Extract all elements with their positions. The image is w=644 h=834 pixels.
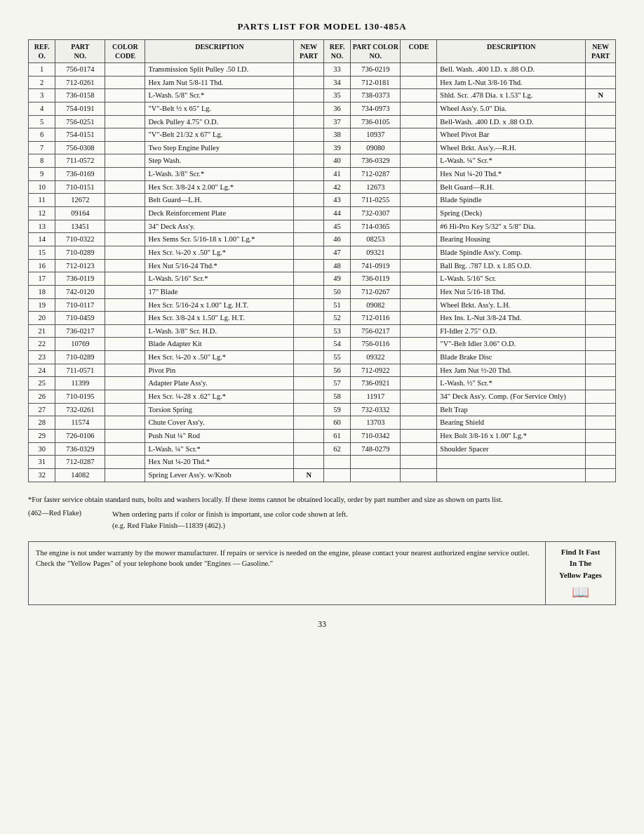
footnote-section: *For faster service obtain standard nuts… [28, 495, 616, 531]
table-row: 18742-012017" Blade50712-0267Hex Nut 5/1… [29, 285, 616, 298]
find-fast-text: Find It FastIn TheYellow Pages [559, 546, 602, 581]
table-body: 1756-0174Transmission Split Pulley .50 I… [29, 63, 616, 482]
table-row: 4754-0191"V"-Belt ½ x 65" Lg.36734-0973W… [29, 102, 616, 115]
table-row: 14710-0322Hex Sems Scr. 5/16-18 x 1.00" … [29, 233, 616, 246]
table-row: 1209164Deck Reinforcement Plate44732-030… [29, 207, 616, 220]
page-title: PARTS LIST FOR MODEL 130-485A [28, 21, 616, 32]
asterisk-footnote: *For faster service obtain standard nuts… [28, 495, 616, 505]
header-new: NEWPART [294, 40, 324, 63]
table-row: 3214082Spring Lever Ass'y. w/KnobN [29, 468, 616, 482]
find-fast-box: Find It FastIn TheYellow Pages 📖 [545, 542, 615, 605]
table-row: 131345134" Deck Ass'y.45714-0365#6 Hi-Pr… [29, 220, 616, 233]
table-row: 30736-0329L-Wash. ¼" Scr.*62748-0279Shou… [29, 442, 616, 456]
table-row: 5756-0251Deck Pulley 4.75" O.D.37736-010… [29, 115, 616, 128]
page: PARTS LIST FOR MODEL 130-485A REF.O. PAR… [0, 0, 644, 834]
table-row: 16712-0123Hex Nut 5/16-24 Thd.*48741-091… [29, 259, 616, 272]
header-part2: PART COLORNO. [351, 40, 401, 63]
header-new2: NEWPART [586, 40, 616, 63]
table-row: 29726-0106Push Nut ¼" Rod61710-0342Hex B… [29, 429, 616, 442]
color-code-label: (462—Red Flake) [28, 509, 112, 517]
header-desc2: DESCRIPTION [437, 40, 586, 63]
table-row: 24711-0571Pivot Pin56712-0922Hex Jam Nut… [29, 364, 616, 377]
table-row: 19710-0117Hex Scr. 5/16-24 x 1.00" Lg. H… [29, 298, 616, 312]
table-row: 1112672Belt Guard—L.H.43711-0255Blade Sp… [29, 194, 616, 207]
table-row: 10710-0151Hex Scr. 3/8-24 x 2.00" Lg.*42… [29, 180, 616, 194]
table-row: 17736-0119L-Wash. 5/16" Scr.*49736-0119L… [29, 272, 616, 286]
header-color: COLORCODE [105, 40, 145, 63]
header-ref2: REF.NO. [323, 40, 350, 63]
table-row: 31712-0287Hex Nut ¼-20 Thd.* [29, 456, 616, 469]
engine-notice-text: The engine is not under warranty by the … [29, 542, 545, 605]
table-row: 3736-0158L-Wash. 5/8" Scr.*35738-0373Shl… [29, 89, 616, 102]
engine-notice-box: The engine is not under warranty by the … [28, 541, 616, 606]
parts-table: REF.O. PARTNO. COLORCODE DESCRIPTION NEW… [28, 39, 616, 482]
color-code-block: (462—Red Flake) When ordering parts if c… [28, 509, 616, 531]
table-row: 8711-0572Step Wash.40736-0329L-Wash. ¼" … [29, 154, 616, 168]
table-row: 9736-0169L-Wash. 3/8" Scr.*41712-0287Hex… [29, 168, 616, 181]
table-row: 20710-0459Hex Scr. 3/8-24 x 1.50" Lg. H.… [29, 312, 616, 325]
page-number: 33 [28, 619, 616, 630]
table-row: 7756-0308Two Step Engine Pulley3909080Wh… [29, 141, 616, 154]
table-row: 27732-0261Torsion Spring59732-0332Belt T… [29, 403, 616, 416]
book-icon: 📖 [572, 583, 589, 600]
table-row: 26710-0195Hex Scr. ¼-28 x .62" Lg.*58119… [29, 390, 616, 404]
table-row: 2811574Chute Cover Ass'y.6013703Bearing … [29, 416, 616, 430]
table-row: 2511399Adapter Plate Ass'y.57736-0921L-W… [29, 377, 616, 390]
header-desc: DESCRIPTION [145, 40, 294, 63]
table-row: 2210769Blade Adapter Kit54756-0116"V"-Be… [29, 338, 616, 351]
table-row: 1756-0174Transmission Split Pulley .50 I… [29, 63, 616, 77]
table-row: 6754-0151"V"-Belt 21/32 x 67" Lg.3810937… [29, 128, 616, 142]
color-code-desc: When ordering parts if color or finish i… [112, 509, 348, 531]
header-color2: CODE [401, 40, 437, 63]
table-row: 15710-0289Hex Scr. ¼-20 x .50" Lg.*47093… [29, 246, 616, 259]
table-row: 21736-0217L-Wash. 3/8" Scr. H.D.53756-02… [29, 324, 616, 338]
header-ref: REF.O. [29, 40, 55, 63]
header-part: PARTNO. [55, 40, 105, 63]
table-row: 2712-0261Hex Jam Nut 5/8-11 Thd.34712-01… [29, 76, 616, 89]
table-row: 23710-0289Hex Scr. ¼-20 x .50" Lg.*55093… [29, 351, 616, 364]
